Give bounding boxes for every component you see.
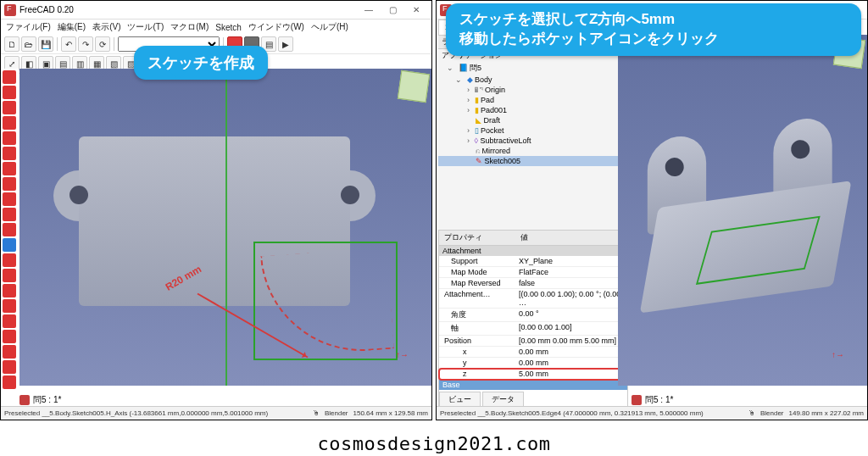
tree-item-sketch005[interactable]: ✎ Sketch005 bbox=[438, 156, 627, 166]
property-group-base: Base bbox=[439, 380, 627, 390]
constraint-coincident-icon[interactable] bbox=[3, 253, 16, 267]
prop-row-angle[interactable]: 角度0.00 ° bbox=[439, 309, 627, 322]
menu-window[interactable]: ウインドウ(W) bbox=[248, 21, 304, 33]
doc-tab-icon bbox=[19, 395, 30, 405]
prop-row-support[interactable]: SupportXY_Plane bbox=[439, 256, 627, 267]
redo-button[interactable]: ↷ bbox=[78, 36, 93, 52]
prop-row-attoff[interactable]: Attachment…[(0.00 0.00 1.00); 0.00 °; (0… bbox=[439, 289, 627, 309]
part-hole-right bbox=[341, 186, 359, 204]
status-renderer[interactable]: Blender bbox=[325, 409, 348, 417]
tree-item-body[interactable]: ◆ Body bbox=[438, 75, 627, 85]
prop-tab-view[interactable]: ビュー bbox=[439, 392, 481, 407]
titlebar: FreeCAD 0.20 bbox=[1, 1, 431, 19]
macro-play-button[interactable]: ▶ bbox=[278, 36, 293, 52]
prop-tab-data[interactable]: データ bbox=[482, 392, 524, 407]
callout-tail-icon bbox=[497, 46, 517, 66]
tree-item-label: Draft bbox=[484, 116, 501, 125]
constraint-perpendicular-icon[interactable] bbox=[3, 330, 16, 343]
refresh-button[interactable]: ⟳ bbox=[95, 36, 110, 52]
tree-item-origin[interactable]: �སּ Origin bbox=[438, 85, 627, 95]
tree-document-label: 問5 bbox=[470, 64, 481, 72]
external-geom-icon[interactable] bbox=[3, 223, 16, 236]
tree-item-draft[interactable]: ◣ Draft bbox=[438, 115, 627, 125]
tree-item-pad001[interactable]: ▮ Pad001 bbox=[438, 105, 627, 115]
property-header: プロパティ 値 bbox=[439, 231, 627, 246]
menu-sketch[interactable]: Sketch bbox=[215, 23, 242, 32]
constraint-parallel-icon[interactable] bbox=[3, 314, 16, 328]
tree-item-label: Mirrored bbox=[482, 147, 511, 155]
constraint-vertical-icon[interactable] bbox=[3, 284, 16, 298]
trim-tool-icon[interactable] bbox=[3, 192, 16, 206]
tree-item-label: Pocket bbox=[481, 126, 504, 135]
status-renderer[interactable]: Blender bbox=[760, 409, 784, 417]
menu-edit[interactable]: 編集(E) bbox=[58, 21, 86, 33]
statusbar: Preselected __5.Body.Sketch005.Edge4 (47… bbox=[437, 406, 867, 420]
undo-button[interactable]: ↶ bbox=[61, 36, 76, 52]
3d-viewport-iso[interactable] bbox=[618, 35, 867, 386]
slot-tool-icon[interactable] bbox=[3, 162, 16, 175]
polyline-tool-icon[interactable] bbox=[3, 147, 16, 160]
menu-tools[interactable]: ツール(T) bbox=[127, 21, 164, 33]
tree-item-label: Pad bbox=[481, 96, 494, 104]
circle-tool-icon[interactable] bbox=[3, 116, 16, 130]
menu-help[interactable]: ヘルプ(H) bbox=[311, 21, 348, 33]
menu-file[interactable]: ファイル(F) bbox=[6, 21, 51, 33]
maximize-button[interactable] bbox=[381, 3, 404, 18]
fillet-tool-icon[interactable] bbox=[3, 177, 16, 191]
new-file-button[interactable]: 🗋 bbox=[4, 36, 19, 52]
menu-view[interactable]: 表示(V) bbox=[92, 21, 120, 33]
tree-document[interactable]: 📘 問5 bbox=[438, 62, 627, 75]
constraint-symmetric-icon[interactable] bbox=[3, 375, 16, 389]
prop-row-y[interactable]: y0.00 mm bbox=[439, 358, 627, 369]
tree-item-label: Sketch005 bbox=[485, 157, 521, 165]
constraint-horizontal-icon[interactable] bbox=[3, 299, 16, 313]
property-header-key: プロパティ bbox=[439, 231, 515, 245]
rectangle-tool-icon[interactable] bbox=[3, 131, 16, 145]
close-button[interactable] bbox=[404, 3, 428, 18]
tree-item-label: SubtractiveLoft bbox=[480, 136, 531, 145]
constraint-pointon-icon[interactable] bbox=[3, 269, 16, 282]
annotation-text: スケッチを作成 bbox=[147, 54, 254, 71]
prop-row-axis[interactable]: 軸[0.00 0.00 1.00] bbox=[439, 322, 627, 336]
doc-tab-label[interactable]: 問5 : 1* bbox=[645, 394, 673, 406]
line-tool-icon[interactable] bbox=[3, 86, 16, 99]
prop-row-z-highlighted[interactable]: z5.00 mm bbox=[439, 369, 627, 380]
arc-tool-icon[interactable] bbox=[3, 101, 16, 114]
property-group-attachment: Attachment bbox=[439, 246, 627, 256]
3d-viewport[interactable]: R20 mm bbox=[19, 69, 431, 386]
tree-item-label: Body bbox=[475, 75, 492, 84]
save-button[interactable]: 💾 bbox=[38, 36, 53, 52]
navigation-cube[interactable] bbox=[398, 70, 430, 103]
tree-item-mirrored[interactable]: ⎌ Mirrored bbox=[438, 146, 627, 156]
menu-macro[interactable]: マクロ(M) bbox=[170, 21, 209, 33]
status-preselect: Preselected __5.Body.Sketch005.Edge4 (47… bbox=[440, 409, 704, 417]
prop-row-mapmode[interactable]: Map ModeFlatFace bbox=[439, 267, 627, 278]
prop-row-x[interactable]: x0.00 mm bbox=[439, 347, 627, 358]
doc-tab-icon bbox=[632, 395, 642, 405]
constraint-equal-icon[interactable] bbox=[3, 360, 16, 374]
minimize-button[interactable] bbox=[357, 3, 381, 18]
tree-item-pocket[interactable]: ▯ Pocket bbox=[438, 125, 627, 136]
property-tabs: ビュー データ bbox=[439, 390, 627, 407]
mouse-style-icon[interactable]: 🖱 bbox=[748, 409, 755, 417]
point-tool-icon[interactable] bbox=[3, 70, 16, 84]
annotation-callout-right: スケッチを選択してZ方向へ5mm 移動したらポケットアイコンをクリック bbox=[446, 3, 861, 56]
freecad-logo-icon bbox=[4, 4, 16, 16]
tree-item-subloft[interactable]: ◊ SubtractiveLoft bbox=[438, 136, 627, 146]
constraint-tangent-icon[interactable] bbox=[3, 345, 16, 359]
prop-row-maprev[interactable]: Map Reversedfalse bbox=[439, 278, 627, 289]
watermark-url: cosmosdesign2021.com bbox=[0, 433, 868, 454]
construction-toggle-icon[interactable] bbox=[3, 238, 16, 252]
document-tabs: 問5 : 1* bbox=[632, 394, 673, 406]
tree-item-pad[interactable]: ▮ Pad bbox=[438, 95, 627, 105]
status-size: 149.80 mm x 227.02 mm bbox=[789, 409, 864, 417]
extend-tool-icon[interactable] bbox=[3, 208, 16, 221]
mouse-style-icon[interactable]: 🖱 bbox=[313, 409, 320, 417]
status-preselect: Preselected __5.Body.Sketch005.H_Axis (-… bbox=[4, 409, 268, 417]
sketch-v-axis[interactable] bbox=[225, 69, 227, 386]
sketch-tools-strip bbox=[2, 69, 19, 399]
prop-row-position[interactable]: Position[0.00 mm 0.00 mm 5.00 mm] bbox=[439, 336, 627, 347]
document-tabs: 問5 : 1* bbox=[19, 394, 61, 406]
doc-tab-label[interactable]: 問5 : 1* bbox=[33, 394, 61, 406]
open-file-button[interactable]: 🗁 bbox=[21, 36, 36, 52]
